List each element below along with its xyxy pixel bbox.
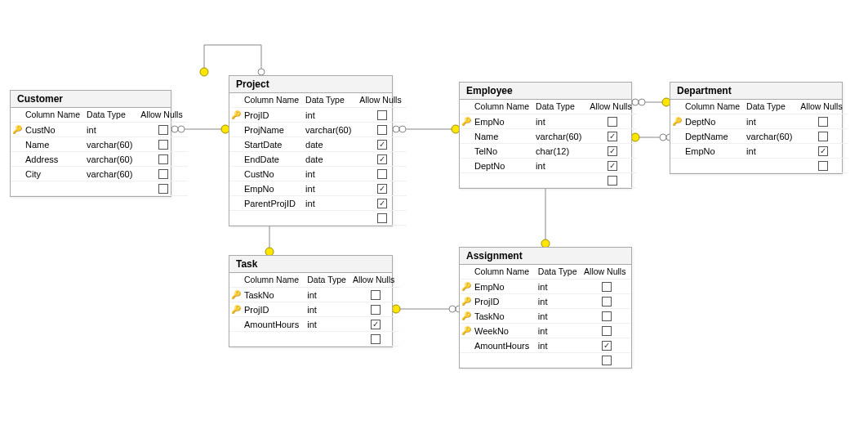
allow-nulls-checkbox[interactable]	[582, 353, 631, 368]
column-type[interactable]: varchar(60)	[85, 152, 139, 167]
table-project[interactable]: Project Column Name Data Type Allow Null…	[229, 75, 393, 226]
table-assignment[interactable]: Assignment Column Name Data Type Allow N…	[459, 247, 632, 369]
allow-nulls-checkbox[interactable]	[799, 129, 847, 144]
allow-nulls-checkbox[interactable]	[358, 123, 406, 137]
column-type[interactable]: int	[536, 324, 582, 338]
column-type[interactable]: char(12)	[534, 144, 588, 159]
column-name[interactable]: Name	[473, 129, 534, 144]
blank-row[interactable]	[473, 353, 536, 368]
column-name[interactable]: DeptName	[683, 129, 745, 144]
column-type[interactable]: int	[304, 167, 358, 181]
column-type[interactable]: varchar(60)	[745, 129, 799, 144]
allow-nulls-checkbox[interactable]	[799, 159, 847, 173]
allow-nulls-checkbox[interactable]	[582, 280, 631, 294]
column-type[interactable]: int	[536, 294, 582, 309]
column-name[interactable]: EmpNo	[683, 144, 745, 159]
column-name[interactable]: EmpNo	[473, 114, 534, 129]
table-task[interactable]: Task Column Name Data Type Allow Nulls 🔑…	[229, 255, 393, 347]
allow-nulls-checkbox[interactable]: ✓	[588, 144, 636, 159]
column-header-nulls: Allow Nulls	[139, 108, 187, 123]
blank-row[interactable]	[683, 159, 745, 173]
column-type[interactable]: int	[534, 159, 588, 173]
table-department[interactable]: Department Column Name Data Type Allow N…	[670, 82, 843, 174]
column-type[interactable]: int	[536, 338, 582, 353]
allow-nulls-checkbox[interactable]	[351, 288, 399, 302]
column-type[interactable]: varchar(60)	[534, 129, 588, 144]
allow-nulls-checkbox[interactable]	[588, 173, 636, 188]
column-name[interactable]: ProjID	[243, 302, 305, 317]
allow-nulls-checkbox[interactable]	[139, 181, 187, 196]
column-type[interactable]: int	[745, 114, 799, 129]
allow-nulls-checkbox[interactable]: ✓	[358, 137, 406, 152]
column-name[interactable]: StartDate	[243, 137, 304, 152]
allow-nulls-checkbox[interactable]	[588, 114, 636, 129]
allow-nulls-checkbox[interactable]	[351, 302, 399, 317]
allow-nulls-checkbox[interactable]	[358, 167, 406, 181]
allow-nulls-checkbox[interactable]	[139, 137, 187, 152]
column-type[interactable]: int	[305, 288, 351, 302]
column-name[interactable]: TelNo	[473, 144, 534, 159]
allow-nulls-checkbox[interactable]	[139, 123, 187, 137]
column-type[interactable]: int	[536, 309, 582, 324]
allow-nulls-checkbox[interactable]	[582, 309, 631, 324]
column-name[interactable]: TaskNo	[243, 288, 305, 302]
table-employee[interactable]: Employee Column Name Data Type Allow Nul…	[459, 82, 632, 189]
allow-nulls-checkbox[interactable]	[351, 332, 399, 347]
blank-row[interactable]	[473, 173, 534, 188]
column-name[interactable]: AmountHours	[243, 317, 305, 332]
column-name[interactable]: Address	[24, 152, 85, 167]
column-type[interactable]: date	[304, 137, 358, 152]
allow-nulls-checkbox[interactable]	[139, 152, 187, 167]
column-name[interactable]: CustNo	[24, 123, 85, 137]
column-header-type: Data Type	[536, 265, 582, 280]
column-type[interactable]: int	[304, 181, 358, 196]
column-name[interactable]: ProjID	[473, 294, 536, 309]
column-name[interactable]: Name	[24, 137, 85, 152]
column-type[interactable]: int	[305, 302, 351, 317]
column-name[interactable]: DeptNo	[473, 159, 534, 173]
allow-nulls-checkbox[interactable]: ✓	[588, 129, 636, 144]
allow-nulls-checkbox[interactable]: ✓	[351, 317, 399, 332]
svg-point-4	[200, 68, 208, 76]
column-type[interactable]: int	[745, 144, 799, 159]
column-name[interactable]: ProjName	[243, 123, 304, 137]
column-name[interactable]: ParentProjID	[243, 196, 304, 211]
allow-nulls-checkbox[interactable]	[358, 211, 406, 226]
blank-row[interactable]	[24, 181, 85, 196]
column-name[interactable]: DeptNo	[683, 114, 745, 129]
column-name[interactable]: WeekNo	[473, 324, 536, 338]
allow-nulls-checkbox[interactable]: ✓	[358, 196, 406, 211]
blank-row[interactable]	[243, 211, 304, 226]
column-name[interactable]: EmpNo	[473, 280, 536, 294]
column-header-name: Column Name	[24, 108, 85, 123]
column-name[interactable]: TaskNo	[473, 309, 536, 324]
column-name[interactable]: EmpNo	[243, 181, 304, 196]
column-type[interactable]: varchar(60)	[85, 137, 139, 152]
column-type[interactable]: int	[304, 108, 358, 123]
column-type[interactable]: int	[304, 196, 358, 211]
allow-nulls-checkbox[interactable]: ✓	[358, 181, 406, 196]
column-type[interactable]: int	[534, 114, 588, 129]
allow-nulls-checkbox[interactable]	[582, 294, 631, 309]
allow-nulls-checkbox[interactable]: ✓	[582, 338, 631, 353]
allow-nulls-checkbox[interactable]: ✓	[358, 152, 406, 167]
column-type[interactable]: int	[536, 280, 582, 294]
column-name[interactable]: EndDate	[243, 152, 304, 167]
column-name[interactable]: AmountHours	[473, 338, 536, 353]
column-name[interactable]: ProjID	[243, 108, 304, 123]
column-name[interactable]: CustNo	[243, 167, 304, 181]
blank-row[interactable]	[243, 332, 305, 347]
allow-nulls-checkbox[interactable]	[139, 167, 187, 181]
column-type[interactable]: varchar(60)	[85, 167, 139, 181]
column-type[interactable]: int	[85, 123, 139, 137]
allow-nulls-checkbox[interactable]	[582, 324, 631, 338]
column-name[interactable]: City	[24, 167, 85, 181]
allow-nulls-checkbox[interactable]	[799, 114, 847, 129]
column-type[interactable]: date	[304, 152, 358, 167]
allow-nulls-checkbox[interactable]: ✓	[588, 159, 636, 173]
column-type[interactable]: int	[305, 317, 351, 332]
allow-nulls-checkbox[interactable]: ✓	[799, 144, 847, 159]
column-type[interactable]: varchar(60)	[304, 123, 358, 137]
allow-nulls-checkbox[interactable]	[358, 108, 406, 123]
table-customer[interactable]: Customer Column Name Data Type Allow Nul…	[10, 90, 171, 197]
